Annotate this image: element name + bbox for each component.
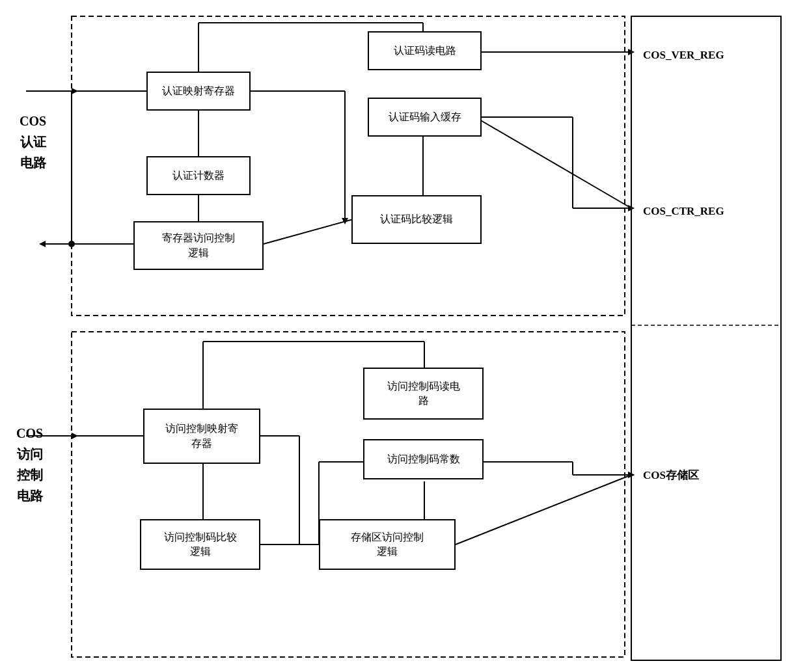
access-code-reader-box: 访问控制码读电路 [363, 368, 484, 420]
storage-access-ctrl-box: 存储区访问控制逻辑 [319, 519, 456, 570]
svg-marker-7 [72, 88, 78, 94]
reg-access-ctrl-box: 寄存器访问控制逻辑 [133, 221, 264, 270]
svg-marker-29 [628, 205, 635, 211]
cos-access-ctrl-circuit-label: COS 访问 控制 电路 [16, 423, 43, 506]
svg-rect-3 [72, 332, 625, 657]
auth-code-compare-box: 认证码比较逻辑 [351, 195, 482, 244]
access-code-const-box: 访问控制码常数 [363, 439, 484, 479]
cos-ctr-reg-label: COS_CTR_REG [636, 192, 776, 231]
auth-code-input-buf-box: 认证码输入缓存 [368, 98, 482, 137]
svg-marker-59 [628, 472, 635, 478]
svg-line-18 [475, 117, 631, 208]
svg-marker-55 [628, 472, 635, 478]
auth-map-reg-box: 认证映射寄存器 [146, 72, 251, 111]
cos-ver-reg-label: COS_VER_REG [636, 36, 776, 75]
svg-line-54 [456, 475, 631, 544]
access-code-compare-box: 访问控制码比较逻辑 [140, 519, 260, 570]
access-map-reg-box: 访问控制映射寄存器 [143, 409, 260, 464]
svg-marker-37 [72, 433, 78, 439]
cos-storage-label: COS存储区 [636, 455, 776, 494]
svg-rect-0 [631, 16, 781, 660]
auth-counter-box: 认证计数器 [146, 156, 251, 195]
diagram-container: COS 认证 电路 认证映射寄存器 认证计数器 寄存器访问控制逻辑 认证码读电路… [7, 7, 800, 665]
svg-marker-23 [342, 218, 348, 224]
svg-marker-31 [39, 241, 46, 247]
cos-auth-circuit-label: COS 认证 电路 [20, 111, 46, 173]
svg-line-24 [264, 218, 358, 244]
svg-marker-17 [628, 49, 635, 55]
auth-code-reader-box: 认证码读电路 [368, 31, 482, 70]
svg-point-32 [68, 241, 75, 247]
